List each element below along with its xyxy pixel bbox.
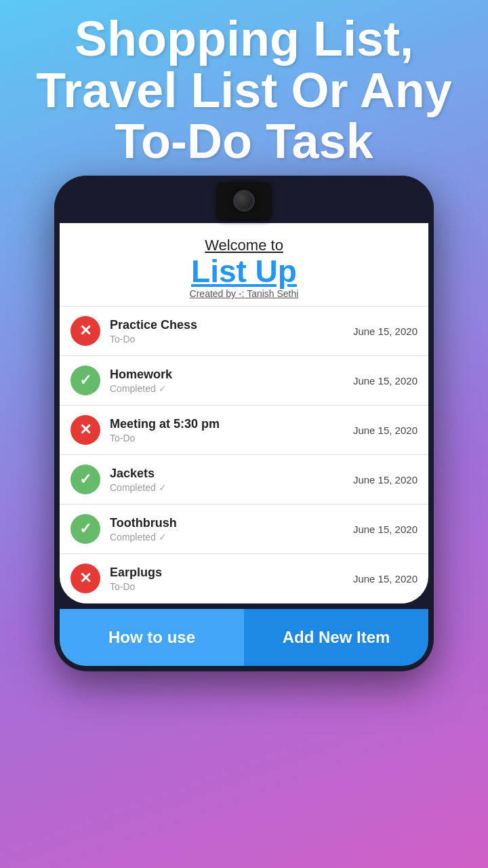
item-name: Homework <box>110 368 344 382</box>
todo-icon: ✕ <box>70 564 100 593</box>
add-new-item-button[interactable]: Add New Item <box>244 609 428 666</box>
how-to-use-button[interactable]: How to use <box>60 609 244 666</box>
completed-icon: ✓ <box>70 366 100 395</box>
item-status: To-Do <box>110 433 344 443</box>
list-item[interactable]: ✓HomeworkCompleted ✓June 15, 2020 <box>60 356 428 406</box>
item-name: Toothbrush <box>110 516 344 530</box>
list-item[interactable]: ✕EarplugsTo-DoJune 15, 2020 <box>60 554 428 604</box>
phone: Welcome to List Up Created by -: Tanish … <box>54 176 434 672</box>
item-date: June 15, 2020 <box>353 425 418 436</box>
item-name: Earplugs <box>110 566 344 580</box>
item-status: Completed ✓ <box>110 532 344 542</box>
item-name: Practice Chess <box>110 318 344 332</box>
bottom-bar: How to use Add New Item <box>60 609 428 666</box>
list-item[interactable]: ✓ToothbrushCompleted ✓June 15, 2020 <box>60 505 428 554</box>
list-item[interactable]: ✕Practice ChessTo-DoJune 15, 2020 <box>60 307 428 356</box>
todo-icon: ✕ <box>70 316 100 346</box>
phone-screen: Welcome to List Up Created by -: Tanish … <box>60 223 428 604</box>
item-status: Completed ✓ <box>110 383 344 394</box>
app-header: Welcome to List Up Created by -: Tanish … <box>60 223 428 307</box>
item-status: To-Do <box>110 334 344 344</box>
item-name: Meeting at 5:30 pm <box>110 417 344 431</box>
completed-icon: ✓ <box>70 465 100 494</box>
headline: Shopping List, Travel List Or Any To-Do … <box>0 0 488 167</box>
camera-lens <box>233 190 255 212</box>
item-status: To-Do <box>110 581 344 592</box>
welcome-text: Welcome to <box>73 237 415 254</box>
todo-icon: ✕ <box>70 415 100 445</box>
item-name: Jackets <box>110 467 344 481</box>
completed-icon: ✓ <box>70 514 100 544</box>
camera-bump <box>217 182 271 219</box>
item-date: June 15, 2020 <box>353 524 418 535</box>
item-date: June 15, 2020 <box>353 474 418 486</box>
item-date: June 15, 2020 <box>353 326 418 337</box>
item-date: June 15, 2020 <box>353 375 418 387</box>
created-by: Created by -: Tanish Sethi <box>73 288 415 299</box>
phone-top-bar <box>54 176 434 223</box>
list-item[interactable]: ✓JacketsCompleted ✓June 15, 2020 <box>60 455 428 505</box>
list-container: ✕Practice ChessTo-DoJune 15, 2020✓Homewo… <box>60 307 428 604</box>
item-date: June 15, 2020 <box>353 573 418 585</box>
app-title: List Up <box>73 254 415 289</box>
item-status: Completed ✓ <box>110 482 344 493</box>
list-item[interactable]: ✕Meeting at 5:30 pmTo-DoJune 15, 2020 <box>60 406 428 455</box>
